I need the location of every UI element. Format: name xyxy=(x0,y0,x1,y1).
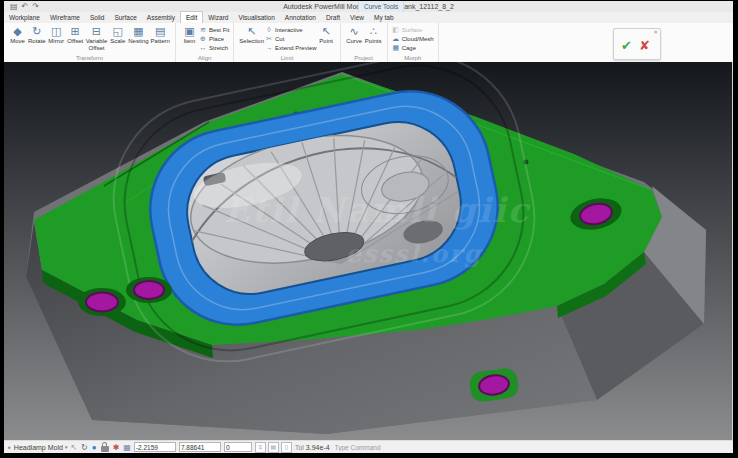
cut-button[interactable]: ✂Cut xyxy=(265,35,317,43)
extend-preview-button[interactable]: →Extend Preview xyxy=(265,44,317,52)
tolerance-label: Tol xyxy=(295,444,304,451)
cloud-mesh-icon: ☁ xyxy=(392,35,400,43)
nesting-label: Nesting xyxy=(128,38,148,45)
offset-button[interactable]: ⊞Offset xyxy=(66,25,85,45)
close-icon[interactable]: ✕ xyxy=(653,29,658,35)
offset-label: Offset xyxy=(67,38,83,45)
best-fit-icon: ≋ xyxy=(199,26,207,34)
ribbon-group-morph: ◧Surface☁Cloud/Mesh▦CageMorph xyxy=(388,23,439,62)
best-fit-label: Best Fit xyxy=(209,26,229,34)
item-button[interactable]: ▣Item xyxy=(180,25,199,45)
move-icon: ◆ xyxy=(13,25,21,38)
scale-button[interactable]: ◱Scale xyxy=(108,25,127,45)
quick-access-toolbar: ▤↶↷ xyxy=(10,2,39,11)
sphere-icon[interactable]: ● xyxy=(92,443,97,452)
coordinate-z-field[interactable] xyxy=(224,442,252,452)
model-selector-dropdown[interactable]: Headlamp Mold ▾ xyxy=(14,444,68,451)
cancel-button[interactable]: ✘ xyxy=(639,38,650,53)
interactive-button[interactable]: ◊Interactive xyxy=(265,26,317,34)
watermark-line2: esssl.org xyxy=(346,239,484,268)
select-rotate-icon[interactable]: ↻ xyxy=(81,443,88,452)
selection-button[interactable]: ↖Selection xyxy=(238,25,265,45)
model-selector-label: Headlamp Mold xyxy=(14,444,63,451)
selection-label: Selection xyxy=(239,38,264,45)
mirror-label: Mirror xyxy=(48,38,64,45)
nesting-button[interactable]: ▦Nesting xyxy=(127,25,149,45)
coordinate-x-field[interactable] xyxy=(134,442,176,452)
cut-label: Cut xyxy=(275,35,284,43)
mirror-icon: ◫ xyxy=(51,25,61,38)
variable-offset-button[interactable]: ⊟Variable Offset xyxy=(85,25,109,51)
tab-surface[interactable]: Surface xyxy=(109,12,141,23)
watermark-line1: Etil Namli giic xyxy=(224,190,531,230)
title-bar: ▤↶↷ Autodesk PowerMill Modeling 2020 - b… xyxy=(4,1,733,12)
lock-icon[interactable] xyxy=(101,446,109,452)
ribbon-group-transform: ◆Move↻Rotate◫Mirror⊞Offset⊟Variable Offs… xyxy=(4,23,176,62)
cloud-mesh-button[interactable]: ☁Cloud/Mesh xyxy=(392,35,434,43)
status-prefix-icon: ▪ xyxy=(8,443,11,452)
tab-visualisation[interactable]: Visualisation xyxy=(233,12,279,23)
ribbon-group-label: Limit xyxy=(234,55,339,61)
ribbon-group-limit: ↖Selection◊Interactive✂Cut→Extend Previe… xyxy=(234,23,340,62)
tab-wizard[interactable]: Wizard xyxy=(203,12,233,23)
surface-button[interactable]: ◧Surface xyxy=(392,26,434,34)
item-label: Item xyxy=(184,38,196,45)
toggle-workplane-icon[interactable]: ▯ xyxy=(281,442,292,453)
grid-icon[interactable]: ▦ xyxy=(123,443,131,452)
tolerance-indicator[interactable]: Tol 3.94e-4 xyxy=(295,444,330,451)
cloud-mesh-label: Cloud/Mesh xyxy=(402,35,434,43)
coordinate-y-field[interactable] xyxy=(179,442,221,452)
tab-assembly[interactable]: Assembly xyxy=(142,12,180,23)
mirror-button[interactable]: ◫Mirror xyxy=(47,25,66,45)
ribbon-group-label: Align xyxy=(176,55,233,61)
interactive-label: Interactive xyxy=(275,26,303,34)
place-icon: ⊕ xyxy=(199,35,207,43)
stretch-label: Stretch xyxy=(209,44,228,52)
ribbon-group-align: ▣Item≋Best Fit⊕Place↔StretchAlign xyxy=(176,23,234,62)
toggle-levels-icon[interactable]: ▤ xyxy=(268,442,279,453)
tab-wireframe[interactable]: Wireframe xyxy=(45,12,85,23)
tab-annotation[interactable]: Annotation xyxy=(280,12,321,23)
pattern-button[interactable]: ▤Pattern xyxy=(150,25,171,45)
menu-icon[interactable]: ▤ xyxy=(10,2,18,11)
tab-draft[interactable]: Draft xyxy=(321,12,345,23)
accept-button[interactable]: ✔ xyxy=(621,38,632,53)
point-button[interactable]: ↖Point xyxy=(317,25,336,45)
viewport-3d[interactable]: Etil Namli giic esssl.org xyxy=(4,62,733,440)
selection-icon: ↖ xyxy=(247,25,256,38)
best-fit-button[interactable]: ≋Best Fit xyxy=(199,26,229,34)
cage-button[interactable]: ▦Cage xyxy=(392,44,434,52)
redo-icon[interactable]: ↷ xyxy=(32,2,39,11)
undo-icon[interactable]: ↶ xyxy=(22,2,29,11)
tab-view[interactable]: View xyxy=(345,12,369,23)
tab-my-tab[interactable]: My tab xyxy=(369,12,399,23)
morph-surface-icon: ◧ xyxy=(392,26,400,34)
toggle-intersect-icon[interactable]: ≡ xyxy=(255,442,266,453)
curve-button[interactable]: ∿Curve xyxy=(345,25,364,45)
status-bar: ▪ Headlamp Mold ▾ ↖↻●✱▦ ≡▤▯ Tol 3.94e-4 xyxy=(4,440,733,453)
command-input[interactable] xyxy=(333,443,733,452)
cage-icon: ▦ xyxy=(392,44,400,52)
tab-edit[interactable]: Edit xyxy=(180,11,203,23)
ribbon-group-label: Morph xyxy=(388,55,438,61)
confirm-panel: ✔ ✘ ✕ xyxy=(613,28,661,60)
align-item-icon: ▣ xyxy=(184,25,194,38)
variable-offset-icon: ⊟ xyxy=(92,25,101,38)
points-button[interactable]: ∴Points xyxy=(364,25,383,45)
scale-icon: ◱ xyxy=(113,25,123,38)
snap-icon[interactable]: ✱ xyxy=(113,443,120,452)
tab-solid[interactable]: Solid xyxy=(85,12,109,23)
project-points-icon: ∴ xyxy=(370,25,377,38)
point-label: Point xyxy=(319,38,333,45)
cursor-icon[interactable]: ↖ xyxy=(70,443,77,452)
cage-label: Cage xyxy=(402,44,416,52)
chevron-down-icon: ▾ xyxy=(65,444,68,450)
place-button[interactable]: ⊕Place xyxy=(199,35,229,43)
tab-workplane[interactable]: Workplane xyxy=(4,12,45,23)
application-window: ▤↶↷ Autodesk PowerMill Modeling 2020 - b… xyxy=(0,0,738,458)
context-tab-group-label: Curve Tools xyxy=(358,1,404,12)
stretch-button[interactable]: ↔Stretch xyxy=(199,44,229,52)
rotate-button[interactable]: ↻Rotate xyxy=(27,25,47,45)
move-button[interactable]: ◆Move xyxy=(8,25,27,45)
stretch-icon: ↔ xyxy=(199,44,207,52)
